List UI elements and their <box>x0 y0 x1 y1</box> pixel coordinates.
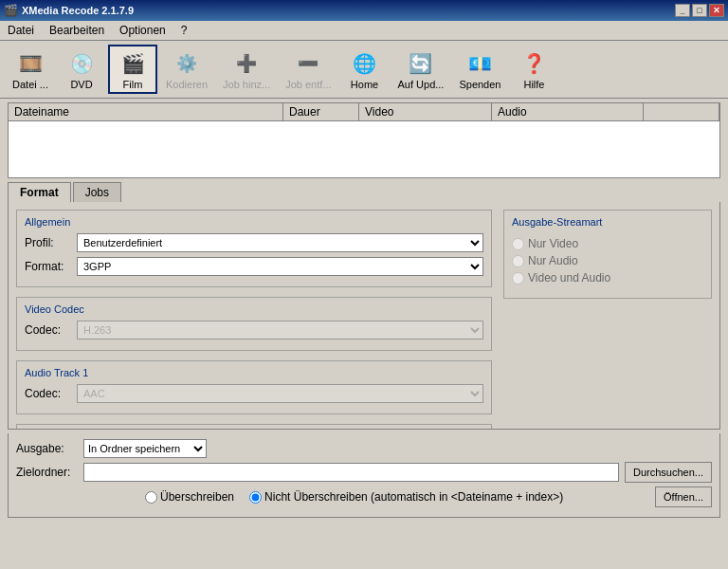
nur-video-label: Nur Video <box>528 237 578 250</box>
dvd-icon: 💿 <box>66 48 97 79</box>
video-codec-title: Video Codec <box>25 303 483 315</box>
ueberschreiben-label[interactable]: Überschreiben <box>145 490 234 504</box>
spenden-icon: 💶 <box>464 48 495 79</box>
radio-nur-audio-row: Nur Audio <box>512 254 703 267</box>
title-bar-buttons: _ □ ✕ <box>675 4 724 17</box>
nur-video-radio[interactable] <box>512 238 524 250</box>
ausgabe-label: Ausgabe: <box>16 442 78 455</box>
profil-select[interactable]: Benutzerdefiniert <box>77 233 483 252</box>
toolbar-datei[interactable]: 🎞️ Datei ... <box>6 46 55 93</box>
datei-icon: 🎞️ <box>15 48 46 79</box>
audio-codec1-row: Codec: AAC <box>25 384 483 403</box>
tab-jobs[interactable]: Jobs <box>73 182 121 202</box>
allgemein-box: Allgemein Profil: Benutzerdefiniert Form… <box>16 210 492 287</box>
offnen-button[interactable]: Öffnen... <box>655 486 712 507</box>
toolbar-kodieren[interactable]: ⚙️ Kodieren <box>159 46 214 93</box>
ueberschreiben-radio[interactable] <box>145 491 157 504</box>
radio-group: Nur Video Nur Audio Video und Audio <box>512 233 703 292</box>
allgemein-title: Allgemein <box>25 216 483 228</box>
profil-label: Profil: <box>25 236 77 249</box>
radio-nur-video-row: Nur Video <box>512 237 703 250</box>
checkbox-row: Überschreiben Nicht Überschreiben (autom… <box>16 486 712 507</box>
video-codec-row: Codec: H.263 <box>25 321 483 340</box>
toolbar-job-hinz-label: Job hinz... <box>223 79 270 90</box>
col-extra <box>644 103 719 121</box>
format-select[interactable]: 3GPP <box>77 257 483 276</box>
toolbar-job-hinz[interactable]: ➕ Job hinz... <box>216 46 277 93</box>
audio-track2-box: Audio Track 2 <box>16 424 492 430</box>
file-table-container: Dateiname Dauer Video Audio <box>8 102 720 178</box>
app-icon: 🎬 <box>4 4 18 17</box>
ausgabe-select[interactable]: In Ordner speichern <box>83 439 207 458</box>
job-hinz-icon: ➕ <box>231 48 262 79</box>
tab-format[interactable]: Format <box>8 182 71 202</box>
audio-track1-title: Audio Track 1 <box>25 367 483 378</box>
file-table: Dateiname Dauer Video Audio <box>9 103 719 121</box>
menu-optionen[interactable]: Optionen <box>116 23 170 38</box>
title-bar: 🎬 XMedia Recode 2.1.7.9 _ □ ✕ <box>0 0 728 21</box>
title-bar-left: 🎬 XMedia Recode 2.1.7.9 <box>4 4 134 17</box>
minimize-button[interactable]: _ <box>675 4 690 17</box>
toolbar: 🎞️ Datei ... 💿 DVD 🎬 Film ⚙️ Kodieren ➕ … <box>0 41 728 99</box>
tab-bar: Format Jobs <box>8 182 720 202</box>
col-video: Video <box>359 103 492 121</box>
zielordner-row: Zielordner: Durchsuchen... <box>16 462 712 483</box>
audio-codec1-select[interactable]: AAC <box>77 384 483 403</box>
toolbar-hilfe-label: Hilfe <box>523 79 544 90</box>
app-title: XMedia Recode 2.1.7.9 <box>22 5 134 16</box>
close-button[interactable]: ✕ <box>709 4 724 17</box>
audio-codec1-label: Codec: <box>25 387 77 400</box>
auf-upd-icon: 🔄 <box>406 48 436 79</box>
menu-help[interactable]: ? <box>177 23 191 38</box>
nicht-ueberschreiben-label[interactable]: Nicht Überschreiben (automatisch in <Dat… <box>249 490 563 504</box>
menu-datei[interactable]: Datei <box>4 23 38 38</box>
format-label: Format: <box>25 260 77 273</box>
toolbar-datei-label: Datei ... <box>12 79 48 90</box>
durchsuchen-button[interactable]: Durchsuchen... <box>625 462 712 483</box>
right-panel: Ausgabe-Streamart Nur Video Nur Audio Vi… <box>503 210 712 421</box>
checkbox-container: Überschreiben Nicht Überschreiben (autom… <box>145 490 563 504</box>
nicht-ueberschreiben-radio[interactable] <box>249 491 262 504</box>
toolbar-job-entf-label: Job entf... <box>285 79 331 90</box>
toolbar-film-label: Film <box>123 79 143 90</box>
zielordner-input[interactable] <box>83 463 619 482</box>
col-dateiname: Dateiname <box>9 103 283 121</box>
home-icon: 🌐 <box>350 48 380 79</box>
video-und-audio-label: Video und Audio <box>528 271 610 284</box>
video-codec-select[interactable]: H.263 <box>77 321 483 340</box>
video-codec-box: Video Codec Codec: H.263 <box>16 297 492 351</box>
job-entf-icon: ➖ <box>293 48 323 79</box>
toolbar-home[interactable]: 🌐 Home <box>340 46 390 93</box>
maximize-button[interactable]: □ <box>692 4 707 17</box>
toolbar-film[interactable]: 🎬 Film <box>108 45 157 94</box>
toolbar-home-label: Home <box>351 79 378 90</box>
col-dauer: Dauer <box>283 103 359 121</box>
nur-audio-radio[interactable] <box>512 255 524 267</box>
toolbar-auf-upd-label: Auf Upd... <box>398 79 445 90</box>
radio-video-und-audio-row: Video und Audio <box>512 271 703 284</box>
nur-audio-label: Nur Audio <box>528 254 578 267</box>
left-panel: Allgemein Profil: Benutzerdefiniert Form… <box>16 210 492 421</box>
tab-container: Format Jobs <box>8 182 720 202</box>
toolbar-job-entf[interactable]: ➖ Job entf... <box>279 46 337 93</box>
col-audio: Audio <box>492 103 644 121</box>
toolbar-spenden-label: Spenden <box>459 79 500 90</box>
menu-bar: Datei Bearbeiten Optionen ? <box>0 21 728 41</box>
video-codec-label: Codec: <box>25 323 77 337</box>
output-area: Ausgabe: In Ordner speichern Zielordner:… <box>8 433 720 518</box>
toolbar-hilfe[interactable]: ❓ Hilfe <box>509 46 558 93</box>
toolbar-spenden[interactable]: 💶 Spenden <box>452 46 507 93</box>
toolbar-auf-upd[interactable]: 🔄 Auf Upd... <box>391 46 451 93</box>
hilfe-icon: ❓ <box>519 48 549 79</box>
toolbar-dvd-label: DVD <box>70 79 92 90</box>
kodieren-icon: ⚙️ <box>172 48 202 79</box>
menu-bearbeiten[interactable]: Bearbeiten <box>46 23 108 38</box>
format-row: Format: 3GPP <box>25 257 483 276</box>
profil-row: Profil: Benutzerdefiniert <box>25 233 483 252</box>
zielordner-label: Zielordner: <box>16 466 78 479</box>
ausgabe-streamart-box: Ausgabe-Streamart Nur Video Nur Audio Vi… <box>503 210 712 299</box>
toolbar-dvd[interactable]: 💿 DVD <box>57 46 106 93</box>
main-panel: Allgemein Profil: Benutzerdefiniert Form… <box>8 202 720 430</box>
video-und-audio-radio[interactable] <box>512 272 524 284</box>
audio-track1-box: Audio Track 1 Codec: AAC <box>16 360 492 414</box>
